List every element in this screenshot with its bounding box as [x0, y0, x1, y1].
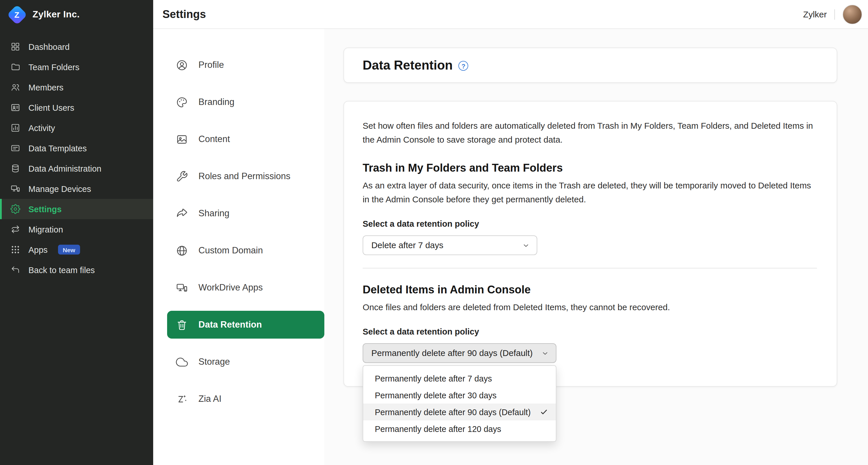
account-name[interactable]: Zylker: [803, 9, 827, 19]
sidebar-item-label: Data Templates: [28, 143, 87, 153]
deleted-items-policy-value: Permanently delete after 90 days (Defaul…: [371, 348, 533, 358]
sidebar-item-dashboard[interactable]: Dashboard: [0, 36, 153, 57]
settings-nav-item-custom-domain[interactable]: Custom Domain: [167, 237, 324, 264]
policy-dropdown-menu: Permanently delete after 7 daysPermanent…: [363, 365, 556, 442]
brand-logo-icon: Z: [7, 4, 28, 25]
dropdown-option-label: Permanently delete after 30 days: [375, 391, 497, 400]
dropdown-option-label: Permanently delete after 120 days: [375, 424, 501, 433]
wrench-icon: [175, 170, 188, 182]
profile-icon: [175, 59, 188, 71]
workdrive-apps-icon: [175, 281, 188, 294]
user-avatar[interactable]: [842, 4, 862, 24]
migration-icon: [10, 224, 20, 235]
chevron-down-icon: [522, 241, 530, 249]
topbar-right: Zylker: [803, 4, 862, 24]
brand-logo-letter: Z: [14, 10, 20, 19]
return-icon: [10, 265, 20, 275]
dropdown-option-label: Permanently delete after 90 days (Defaul…: [375, 407, 531, 417]
settings-nav-item-label: Zia AI: [198, 394, 221, 404]
page-title: Data Retention: [363, 58, 453, 73]
sidebar-item-team-folders[interactable]: Team Folders: [0, 57, 153, 77]
settings-nav-item-label: Storage: [198, 357, 230, 367]
chevron-down-icon: [541, 349, 549, 357]
settings-nav-item-zia-ai[interactable]: Zia AI: [167, 385, 324, 413]
sidebar-item-label: Team Folders: [28, 62, 80, 72]
sidebar-item-members[interactable]: Members: [0, 77, 153, 97]
manage-devices-icon: [10, 184, 20, 194]
topbar-separator: [834, 9, 835, 20]
sidebar-item-label: Apps: [28, 245, 48, 254]
settings-nav-item-storage[interactable]: Storage: [167, 348, 324, 376]
share-icon: [175, 207, 188, 220]
trash-policy-label: Select a data retention policy: [363, 219, 817, 228]
settings-nav-item-label: Sharing: [198, 208, 229, 219]
settings-nav-item-label: Content: [198, 134, 230, 144]
sidebar-item-migration[interactable]: Migration: [0, 219, 153, 239]
sidebar-item-label: Back to team files: [28, 265, 95, 274]
sidebar-item-data-administration[interactable]: Data Administration: [0, 158, 153, 178]
dropdown-option-permanently-delete-after-120-days[interactable]: Permanently delete after 120 days: [363, 420, 556, 437]
settings-nav-item-workdrive-apps[interactable]: WorkDrive Apps: [167, 274, 324, 301]
brand-name: Zylker Inc.: [32, 9, 80, 20]
content-image-icon: [175, 133, 188, 145]
sidebar-item-label: Manage Devices: [28, 184, 91, 193]
trash-policy-select[interactable]: Delete after 7 days: [363, 235, 537, 255]
section-divider: [363, 268, 817, 268]
sidebar: Z Zylker Inc. DashboardTeam FoldersMembe…: [0, 0, 153, 465]
sidebar-item-data-templates[interactable]: Data Templates: [0, 138, 153, 158]
dropdown-option-permanently-delete-after-30-days[interactable]: Permanently delete after 30 days: [363, 387, 556, 403]
data-administration-icon: [10, 163, 20, 174]
settings-nav-item-label: WorkDrive Apps: [198, 283, 263, 293]
data-retention-title-card: Data Retention ?: [343, 47, 837, 83]
apps-grid-icon: [10, 244, 20, 255]
sidebar-item-back-to-team-files[interactable]: Back to team files: [0, 260, 153, 280]
settings-nav-item-profile[interactable]: Profile: [167, 51, 324, 79]
dropdown-option-label: Permanently delete after 7 days: [375, 374, 492, 383]
globe-icon: [175, 244, 188, 257]
topbar: Settings Zylker: [153, 0, 868, 29]
sidebar-nav: DashboardTeam FoldersMembersClient Users…: [0, 29, 153, 280]
dropdown-option-permanently-delete-after-7-days[interactable]: Permanently delete after 7 days: [363, 370, 556, 387]
settings-nav-item-data-retention[interactable]: Data Retention: [167, 311, 324, 339]
gear-icon: [10, 204, 20, 214]
sidebar-item-label: Dashboard: [28, 42, 70, 51]
sidebar-item-label: Client Users: [28, 103, 74, 112]
main-column: Settings Zylker ProfileBrandingContentRo…: [153, 0, 868, 465]
settings-nav: ProfileBrandingContentRoles and Permissi…: [153, 29, 324, 465]
deleted-items-policy-select[interactable]: Permanently delete after 90 days (Defaul…: [363, 343, 556, 363]
cloud-icon: [175, 356, 188, 368]
data-retention-settings-card: Set how often files and folders are auto…: [343, 101, 837, 387]
dashboard-grid-icon: [10, 41, 20, 52]
data-retention-title-row: Data Retention ?: [344, 48, 837, 82]
settings-nav-item-branding[interactable]: Branding: [167, 88, 324, 116]
new-badge: New: [58, 245, 80, 255]
settings-nav-item-sharing[interactable]: Sharing: [167, 199, 324, 227]
activity-icon: [10, 123, 20, 133]
topbar-title: Settings: [162, 8, 206, 21]
palette-icon: [175, 96, 188, 108]
brand[interactable]: Z Zylker Inc.: [0, 0, 153, 29]
sidebar-item-manage-devices[interactable]: Manage Devices: [0, 178, 153, 199]
sidebar-item-label: Members: [28, 82, 64, 92]
settings-nav-item-label: Data Retention: [198, 320, 262, 330]
help-icon[interactable]: ?: [459, 61, 468, 71]
settings-nav-item-label: Roles and Permissions: [198, 171, 290, 181]
settings-nav-item-label: Custom Domain: [198, 245, 263, 256]
members-icon: [10, 82, 20, 93]
sidebar-item-settings[interactable]: Settings: [0, 199, 153, 219]
content-area: ProfileBrandingContentRoles and Permissi…: [153, 29, 868, 465]
client-users-icon: [10, 102, 20, 113]
deleted-items-section-description: Once files and folders are deleted from …: [363, 300, 817, 314]
settings-nav-item-roles-and-permissions[interactable]: Roles and Permissions: [167, 162, 324, 190]
dropdown-option-permanently-delete-after-90-days-default[interactable]: Permanently delete after 90 days (Defaul…: [363, 403, 556, 420]
zia-ai-icon: [175, 393, 188, 405]
sidebar-item-client-users[interactable]: Client Users: [0, 97, 153, 118]
sidebar-item-label: Data Administration: [28, 164, 101, 173]
settings-nav-item-content[interactable]: Content: [167, 125, 324, 153]
sidebar-item-label: Activity: [28, 123, 55, 132]
trash-icon: [175, 318, 188, 331]
app-window: Z Zylker Inc. DashboardTeam FoldersMembe…: [0, 0, 868, 465]
sidebar-item-activity[interactable]: Activity: [0, 118, 153, 138]
sidebar-item-apps[interactable]: AppsNew: [0, 239, 153, 260]
settings-nav-item-label: Profile: [198, 60, 224, 70]
